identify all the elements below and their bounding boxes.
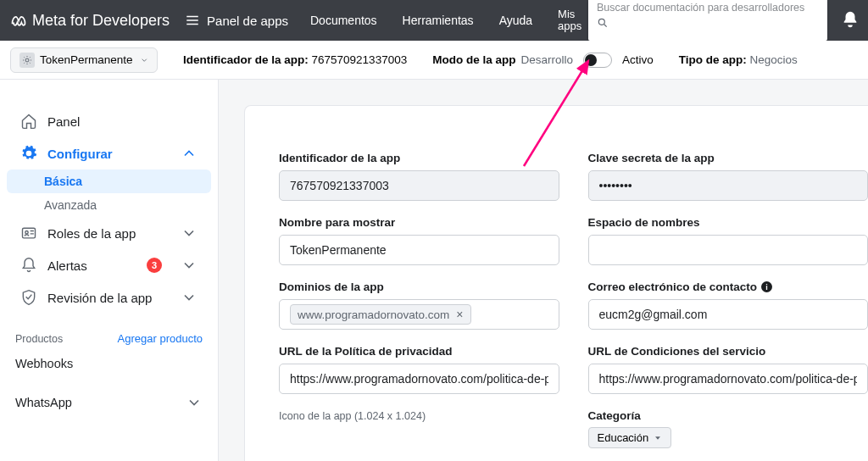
svg-rect-3 [23,228,36,238]
nav-docs[interactable]: Documentos [310,14,377,27]
chevron-down-icon [181,289,198,306]
category-select[interactable]: Educación [588,427,672,448]
display-name-label: Nombre para mostrar [279,216,559,229]
panel-label: Panel de apps [207,14,288,28]
app-secret-field[interactable] [588,170,869,201]
notifications-button[interactable] [841,10,860,32]
sidebar-product-webhooks[interactable]: Webhooks [0,345,218,382]
privacy-url-field[interactable] [279,364,559,394]
svg-point-4 [25,231,28,234]
sidebar-item-roles[interactable]: Roles de la app [7,217,211,249]
id-card-icon [20,225,37,242]
sidebar-item-review[interactable]: Revisión de la app [7,281,211,314]
search-icon [597,17,609,29]
app-icon-label: Icono de la app (1.024 x 1.024) [279,409,559,423]
search-box[interactable]: Buscar documentación para desarrolladore… [588,0,827,41]
contact-email-field[interactable] [588,299,869,330]
app-name: TokenPermanente [40,53,133,66]
app-id-label: Identificador de la app [279,152,559,164]
display-name-field[interactable] [279,235,559,265]
chevron-down-icon [140,55,148,65]
chevron-down-icon [181,225,198,242]
chevron-down-icon [186,394,203,411]
nav-help[interactable]: Ayuda [499,14,532,27]
sidebar-item-configure[interactable]: Configurar [7,137,211,169]
sidebar-sub-basic[interactable]: Básica [7,169,211,193]
contact-email-label: Correo electrónico de contacto i [588,280,869,293]
app-secret-label: Clave secreta de la app [588,152,869,164]
domains-field[interactable]: www.programadornovato.com × [279,299,559,330]
search-placeholder: Buscar documentación para desarrolladore… [597,2,819,14]
app-id-summary: Identificador de la app: 767570921337003 [183,53,407,66]
domain-chip[interactable]: www.programadornovato.com × [290,304,471,325]
home-icon [20,113,37,130]
app-type: Tipo de app: Negocios [679,53,798,66]
brand-text: Meta for Developers [32,12,170,30]
svg-point-0 [598,19,604,25]
app-selector[interactable]: TokenPermanente [10,47,158,73]
panel-menu[interactable]: Panel de apps [185,13,288,28]
products-heading: Productos [15,333,63,345]
app-icon [19,53,35,68]
brand[interactable]: Meta for Developers [10,12,170,30]
chevron-down-icon [181,257,198,274]
bell-icon [841,10,860,29]
chevron-up-icon [181,145,198,162]
tos-url-field[interactable] [588,364,869,394]
namespace-field[interactable] [588,235,869,265]
sidebar-item-alerts[interactable]: Alertas 3 [7,249,211,281]
nav-myapps[interactable]: Mis apps [558,8,581,33]
sidebar-sub-advanced[interactable]: Avanzada [7,193,211,217]
meta-logo-icon [10,12,27,29]
alerts-badge: 3 [147,258,162,273]
app-id-field[interactable] [279,170,559,201]
nav-tools[interactable]: Herramientas [403,14,474,27]
hamburger-icon [185,13,200,28]
app-mode: Modo de la app Desarrollo Activo [432,53,654,68]
shield-check-icon [20,289,37,306]
bell-icon [20,257,37,274]
gear-icon [20,145,37,162]
sidebar-item-panel[interactable]: Panel [7,105,211,137]
info-icon[interactable]: i [761,281,772,292]
caret-down-icon [654,434,662,442]
tos-url-label: URL de Condiciones del servicio [588,345,869,358]
domains-label: Dominios de la app [279,280,559,293]
add-product-link[interactable]: Agregar producto [118,332,203,345]
app-mode-toggle[interactable] [583,53,612,68]
remove-domain-icon[interactable]: × [456,308,463,321]
category-label: Categoría [588,409,869,422]
sidebar-product-whatsapp[interactable]: WhatsApp [0,382,218,423]
svg-point-1 [25,58,29,62]
namespace-label: Espacio de nombres [588,216,869,229]
privacy-url-label: URL de la Política de privacidad [279,345,559,358]
